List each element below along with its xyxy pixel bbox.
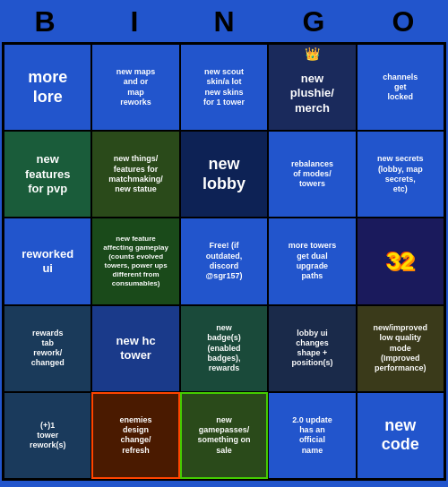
cell-hctower-text: new hctower (116, 334, 156, 363)
cell-reworked-ui[interactable]: reworkedui (4, 218, 91, 304)
cell-rewards-text: rewardstabrework/changed (31, 329, 65, 369)
cell-enemies-text: enemiesdesignchange/refresh (120, 415, 152, 456)
crown-icon: 👑 (305, 47, 320, 61)
cell-new-plushie[interactable]: 👑 newplushie/merch (268, 44, 356, 131)
cell-new-badges[interactable]: newbadge(s)(enabledbadges),rewards (180, 305, 268, 392)
cell-new-secrets[interactable]: new secrets(lobby, mapsecrets,etc) (357, 131, 444, 218)
cell-dual-text: more towersget dualupgradepaths (289, 241, 337, 281)
cell-lobby-text: newlobby (202, 155, 246, 193)
cell-rewards-tab[interactable]: rewardstabrework/changed (4, 305, 91, 392)
cell-secrets-text: new secrets(lobby, mapsecrets,etc) (377, 154, 424, 194)
cell-new-features-pvp[interactable]: newfeaturesfor pvp (4, 131, 91, 218)
cell-new-hc-tower[interactable]: new hctower (91, 305, 179, 392)
cell-more-towers-dual[interactable]: more towersget dualupgradepaths (268, 218, 356, 304)
bingo-grid: morelore new mapsand ormapreworks new sc… (2, 42, 446, 481)
cell-new-plushie-text: newplushie/merch (290, 72, 334, 115)
cell-channels-locked-text: channelsgetlocked (383, 73, 418, 103)
cell-low-quality[interactable]: new/improvedlow qualitymode(Improvedperf… (357, 305, 444, 392)
header-letter-o: O (363, 5, 444, 38)
cell-feature-text: new featureaffecting gameplay(counts evo… (103, 235, 168, 288)
cell-enemies-design[interactable]: enemiesdesignchange/refresh (91, 392, 179, 479)
cell-update-text: 2.0 updatehas anofficialname (292, 415, 332, 456)
cell-new-scout[interactable]: new scoutskin/a lotnew skinsfor 1 tower (180, 44, 268, 131)
cell-new-gamepasses[interactable]: newgamepasses/something onsale (180, 392, 268, 479)
cell-number-32[interactable]: 32 (357, 218, 444, 304)
cell-rebalances[interactable]: rebalancesof modes/towers (268, 131, 356, 218)
cell-new-maps[interactable]: new mapsand ormapreworks (91, 44, 179, 131)
cell-new-maps-text: new mapsand ormapreworks (116, 67, 156, 107)
cell-new-code[interactable]: newcode (357, 392, 444, 479)
cell-plus-one-tower[interactable]: (+)1towerrework(s) (4, 392, 91, 479)
cell-more-lore-text: morelore (28, 68, 67, 107)
cell-lq-text: new/improvedlow qualitymode(Improvedperf… (374, 323, 428, 373)
cell-reworkedui-text: reworkedui (22, 247, 73, 277)
cell-32-number: 32 (386, 247, 414, 276)
header-letter-i: I (94, 5, 175, 38)
cell-free[interactable]: Free! (ifoutdated,discord@sgr157) (180, 218, 268, 304)
cell-badges-text: newbadge(s)(enabledbadges),rewards (207, 323, 241, 373)
cell-matchmaking[interactable]: new things/features formatchmaking/new s… (91, 131, 179, 218)
cell-pvp-text: newfeaturesfor pvp (25, 152, 71, 196)
cell-lobbyui-text: lobby uichangesshape +position(s) (291, 329, 332, 369)
cell-gamepasses-text: newgamepasses/something onsale (197, 415, 250, 456)
cell-rebalances-text: rebalancesof modes/towers (291, 159, 333, 190)
cell-newcode-text: newcode (382, 416, 419, 455)
bingo-header: B I N G O (0, 0, 448, 42)
header-letter-g: G (273, 5, 354, 38)
cell-update-name[interactable]: 2.0 updatehas anofficialname (268, 392, 356, 479)
cell-matchmaking-text: new things/features formatchmaking/new s… (108, 154, 163, 194)
cell-new-scout-text: new scoutskin/a lotnew skinsfor 1 tower (203, 67, 245, 107)
cell-free-text: Free! (ifoutdated,discord@sgr157) (206, 241, 243, 281)
cell-new-feature-affecting[interactable]: new featureaffecting gameplay(counts evo… (91, 218, 179, 304)
cell-lobby-ui[interactable]: lobby uichangesshape +position(s) (268, 305, 356, 392)
header-letter-b: B (4, 5, 85, 38)
cell-tower-text: (+)1towerrework(s) (30, 421, 66, 451)
cell-new-lobby[interactable]: newlobby (180, 131, 268, 218)
cell-more-lore[interactable]: morelore (4, 44, 91, 131)
cell-channels-locked[interactable]: channelsgetlocked (357, 44, 444, 131)
header-letter-n: N (184, 5, 264, 38)
